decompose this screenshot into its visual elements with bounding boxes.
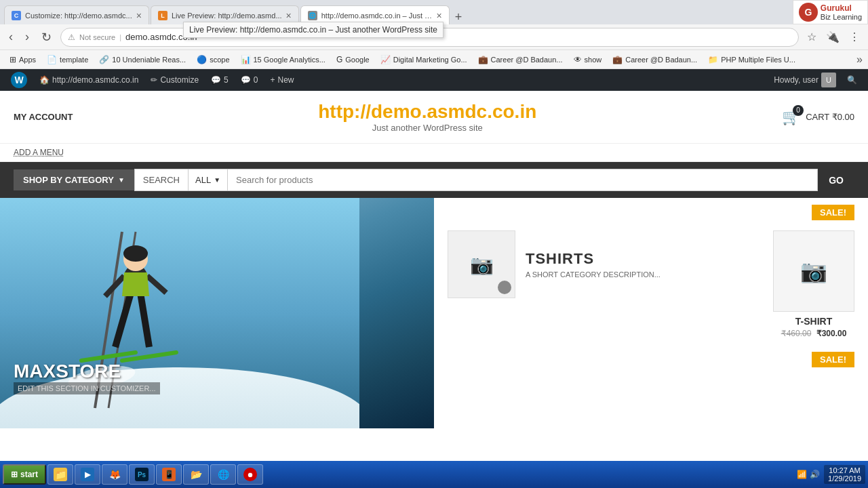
folder-icon: 📂: [189, 468, 203, 481]
product-search-input[interactable]: [228, 169, 818, 191]
sale-badge-2: SALE!: [812, 352, 854, 367]
cart-icon-wrap: 🛒 0: [782, 108, 800, 126]
tab-close-2[interactable]: ×: [286, 10, 292, 21]
bookmark-template[interactable]: 📄 template: [43, 54, 92, 66]
gurukul-line1: Gurukul: [821, 3, 862, 13]
svg-point-6: [123, 245, 148, 262]
back-button[interactable]: ‹: [5, 28, 16, 45]
cart-label: CART: [806, 112, 829, 122]
bookmark-career2[interactable]: 💼 Career @D Badaun...: [608, 54, 701, 66]
not-secure-icon: ⚠: [68, 33, 75, 42]
menu-button[interactable]: ⋮: [846, 29, 863, 45]
tshirts-row: 📷 TSHIRTS A SHORT CATEGORY DESCRIPTION..…: [448, 230, 660, 298]
bookmark-show-label: show: [585, 56, 602, 64]
my-account-label: MY ACCOUNT: [14, 112, 73, 122]
gurukul-text: Gurukul Biz Learning: [821, 3, 862, 21]
placeholder-image-icon: 📷: [470, 253, 494, 276]
tab-close-3[interactable]: ×: [437, 10, 442, 21]
taskbar-item-firefox[interactable]: 🦊: [102, 464, 127, 485]
featured-row: 📷 TSHIRTS A SHORT CATEGORY DESCRIPTION..…: [448, 230, 854, 338]
hero-subtitle: EDIT THIS SECTION IN CUSTOMIZER...: [14, 382, 160, 394]
add-menu-bar: ADD A MENU: [0, 144, 868, 162]
bookmarks-bar: ⊞ Apps 📄 template 🔗 10 Undeniable Reas..…: [0, 50, 868, 69]
new-item[interactable]: + New: [264, 69, 299, 91]
howdy-item[interactable]: Howdy, user U: [768, 69, 842, 91]
reload-button[interactable]: ↻: [38, 28, 55, 46]
tshirts-category[interactable]: 📷 TSHIRTS A SHORT CATEGORY DESCRIPTION..…: [448, 230, 660, 298]
clock-date: 1/29/2019: [828, 474, 861, 483]
user-avatar: U: [821, 73, 836, 87]
separator: |: [119, 33, 121, 41]
bookmark-scope[interactable]: 🔵 scope: [193, 54, 233, 66]
bookmark-show[interactable]: 👁 show: [570, 54, 606, 66]
start-button[interactable]: ⊞ start: [3, 464, 46, 485]
start-label: start: [20, 470, 38, 479]
bookmarks-more-button[interactable]: »: [856, 54, 863, 66]
wp-logo-item[interactable]: W: [5, 69, 33, 91]
sale-badge-1: SALE!: [812, 205, 854, 220]
undeniable-icon: 🔗: [99, 55, 109, 64]
bookmark-undeniable[interactable]: 🔗 10 Undeniable Reas...: [95, 54, 190, 66]
tab-close-1[interactable]: ×: [136, 10, 142, 21]
media-icon: ▶: [81, 468, 94, 481]
taskbar-item-folder[interactable]: 📂: [183, 464, 209, 485]
bookmark-php[interactable]: 📁 PHP Multiple Files U...: [704, 54, 800, 66]
product-price: ₹460.00 ₹300.00: [773, 329, 854, 338]
php-icon: 📁: [708, 55, 718, 64]
image-overlay-dot: [498, 281, 511, 294]
taskbar-item-photoshop[interactable]: Ps: [129, 464, 155, 485]
career2-icon: 💼: [612, 55, 623, 64]
new-tab-button[interactable]: +: [451, 10, 467, 24]
app1-icon: 📱: [162, 468, 176, 481]
bookmark-google[interactable]: G Google: [332, 54, 374, 66]
site-tagline: Just another WordPress site: [318, 123, 536, 133]
tab-title-3: http://demo.asmdc.co.in – Just a...: [321, 12, 433, 20]
pending-comments-item[interactable]: 💬 0: [235, 69, 264, 91]
tab-1[interactable]: C Customize: http://demo.asmdc... ×: [4, 5, 149, 24]
tab-tooltip: Live Preview: http://demo.asmdc.co.in – …: [183, 22, 443, 38]
svg-marker-13: [122, 272, 149, 296]
windows-logo: ⊞: [11, 470, 18, 479]
taskbar-item-record[interactable]: ⏺: [237, 464, 263, 485]
customize-item[interactable]: ✏ Customize: [145, 69, 204, 91]
go-button[interactable]: GO: [818, 169, 854, 191]
extensions-button[interactable]: 🔌: [823, 29, 842, 45]
product-title: T-SHIRT: [773, 316, 854, 327]
site-title[interactable]: http://demo.asmdc.co.in: [318, 101, 536, 123]
search-navigation-bar: SHOP BY CATEGORY ▼ SEARCH ALL ▼ GO: [0, 162, 868, 198]
bookmark-apps[interactable]: ⊞ Apps: [5, 54, 40, 66]
taskbar-item-explorer[interactable]: 📁: [47, 464, 73, 485]
search-icon-item[interactable]: 🔍: [842, 69, 863, 91]
gurukul-logo: G Gurukul Biz Learning: [793, 0, 868, 24]
bookmark-button[interactable]: ☆: [804, 29, 819, 45]
bookmark-undeniable-label: 10 Undeniable Reas...: [112, 56, 186, 64]
bookmark-analytics[interactable]: 📊 15 Google Analytics...: [237, 54, 330, 66]
new-label: New: [277, 75, 294, 85]
comments-item[interactable]: 💬 5: [205, 69, 234, 91]
category-select[interactable]: ALL ▼: [188, 169, 228, 191]
my-account-link[interactable]: MY ACCOUNT: [14, 112, 73, 122]
cart-text: CART ₹0.00: [806, 112, 854, 122]
bookmark-career2-label: Career @D Badaun...: [625, 56, 697, 64]
search-icon: 🔍: [847, 75, 857, 85]
shop-by-category-button[interactable]: SHOP BY CATEGORY ▼: [14, 169, 134, 190]
template-icon: 📄: [47, 55, 57, 64]
taskbar-item-media[interactable]: ▶: [75, 464, 100, 485]
product-image: 📷: [773, 230, 854, 312]
bookmark-career1[interactable]: 💼 Career @D Badaun...: [474, 54, 567, 66]
record-icon: ⏺: [243, 468, 257, 481]
hero-title: MAXSTORE: [14, 361, 160, 382]
bookmark-digitalmarketing[interactable]: 📈 Digital Marketing Go...: [376, 54, 471, 66]
forward-button[interactable]: ›: [22, 28, 33, 45]
sale-badge-container: SALE!: [448, 205, 854, 227]
products-area: SALE! 📷 TSHIRTS A SHORT CATEGORY DESCRI: [434, 198, 868, 428]
bookmark-php-label: PHP Multiple Files U...: [721, 56, 795, 64]
tshirt-product[interactable]: 📷 T-SHIRT ₹460.00 ₹300.00: [773, 230, 854, 338]
site-name-item[interactable]: 🏠 http://demo.asmdc.co.in: [34, 69, 144, 91]
site-header: MY ACCOUNT http://demo.asmdc.co.in Just …: [0, 91, 868, 144]
explorer-icon: 📁: [54, 468, 67, 481]
taskbar-item-chrome[interactable]: 🌐: [210, 464, 236, 485]
add-menu-label[interactable]: ADD A MENU: [14, 148, 64, 157]
taskbar-item-app1[interactable]: 📱: [156, 464, 182, 485]
cart-area[interactable]: 🛒 0 CART ₹0.00: [782, 108, 854, 126]
